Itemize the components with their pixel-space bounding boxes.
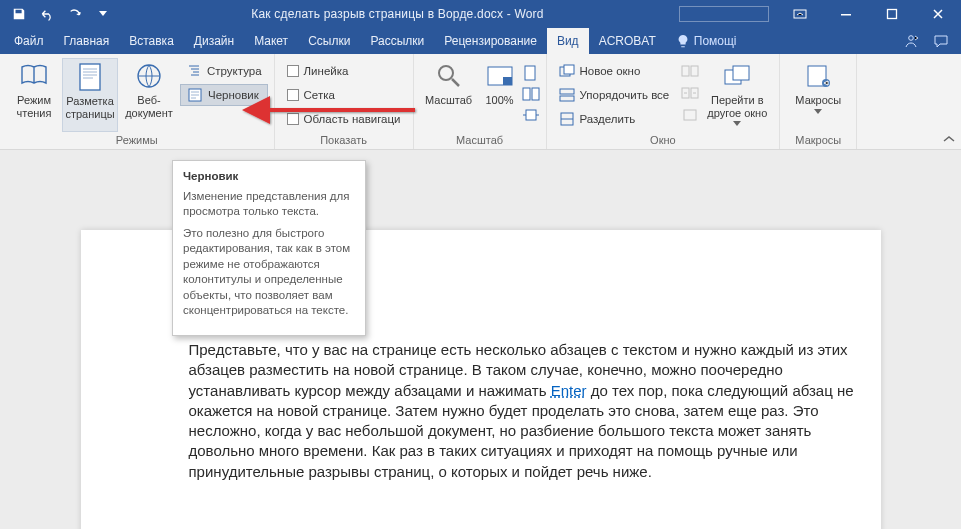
checkbox-icon	[287, 89, 299, 101]
web-layout-button[interactable]: Веб-документ	[118, 58, 180, 132]
switch-windows-icon	[721, 60, 753, 92]
ribbon: Режим чтения Разметка страницы Веб-докум…	[0, 54, 961, 150]
tab-layout[interactable]: Макет	[244, 28, 298, 54]
macros-icon	[802, 60, 834, 92]
hundred-icon	[484, 60, 516, 92]
multi-page-icon[interactable]	[522, 86, 540, 106]
print-layout-button[interactable]: Разметка страницы	[62, 58, 118, 132]
svg-rect-25	[733, 66, 749, 80]
new-window-button[interactable]: Новое окно	[553, 60, 676, 82]
outline-label: Структура	[207, 65, 262, 77]
tell-me-label: Помощі	[694, 34, 737, 48]
ribbon-options-button[interactable]	[777, 0, 823, 28]
page-width-icon[interactable]	[522, 108, 540, 128]
svg-point-7	[439, 66, 453, 80]
svg-rect-13	[526, 110, 536, 120]
group-views: Режим чтения Разметка страницы Веб-докум…	[0, 54, 275, 149]
outline-icon	[186, 63, 202, 79]
collapse-ribbon-button[interactable]	[937, 54, 961, 149]
group-window-caption: Окно	[553, 132, 774, 149]
navpane-checkbox[interactable]: Область навигаци	[281, 108, 407, 130]
outline-button[interactable]: Структура	[180, 60, 268, 82]
switch-windows-label: Перейти в другое окно	[703, 94, 771, 119]
ruler-checkbox[interactable]: Линейка	[281, 60, 407, 82]
side-by-side-icon[interactable]	[681, 64, 699, 84]
tooltip-title: Черновик	[183, 169, 355, 185]
hundred-label: 100%	[485, 94, 513, 107]
svg-rect-11	[523, 88, 530, 100]
group-zoom: Масштаб 100% Масштаб	[414, 54, 547, 149]
tab-file[interactable]: Файл	[4, 28, 54, 54]
group-macros: Макросы Макросы	[780, 54, 857, 149]
one-page-icon[interactable]	[522, 64, 540, 84]
sync-scroll-icon[interactable]	[681, 86, 699, 106]
split-button[interactable]: Разделить	[553, 108, 676, 130]
tab-references[interactable]: Ссылки	[298, 28, 360, 54]
zoom-button[interactable]: Масштаб	[420, 58, 478, 132]
comments-icon[interactable]	[933, 33, 949, 49]
ribbon-tabs: Файл Главная Вставка Дизайн Макет Ссылки…	[0, 28, 961, 54]
svg-rect-16	[560, 89, 574, 94]
document-area: Представьте, что у вас на странице есть …	[0, 150, 961, 529]
minimize-button[interactable]	[823, 0, 869, 28]
tab-review[interactable]: Рецензирование	[434, 28, 547, 54]
maximize-button[interactable]	[869, 0, 915, 28]
tell-me[interactable]: Помощі	[666, 28, 747, 54]
svg-rect-17	[560, 96, 574, 101]
group-macros-caption: Макросы	[786, 132, 850, 149]
macros-label: Макросы	[795, 94, 841, 107]
hundred-button[interactable]: 100%	[478, 58, 522, 132]
svg-rect-12	[532, 88, 539, 100]
undo-button[interactable]	[34, 1, 60, 27]
split-label: Разделить	[580, 113, 636, 125]
reset-pos-icon[interactable]	[681, 108, 699, 128]
tab-home[interactable]: Главная	[54, 28, 120, 54]
switch-windows-button[interactable]: Перейти в другое окно	[701, 58, 773, 132]
chevron-down-icon	[814, 109, 822, 114]
svg-rect-4	[80, 64, 100, 90]
read-mode-button[interactable]: Режим чтения	[6, 58, 62, 132]
tab-design[interactable]: Дизайн	[184, 28, 244, 54]
draft-tooltip: Черновик Изменение представления для про…	[172, 160, 366, 336]
gridlines-checkbox[interactable]: Сетка	[281, 84, 407, 106]
close-button[interactable]	[915, 0, 961, 28]
redo-button[interactable]	[62, 1, 88, 27]
group-show: Линейка Сетка Область навигаци Показать	[275, 54, 414, 149]
read-mode-label: Режим чтения	[8, 94, 60, 119]
group-window: Новое окно Упорядочить все Разделить Пер…	[547, 54, 781, 149]
draft-label: Черновик	[208, 89, 259, 101]
zoom-icon	[433, 60, 465, 92]
svg-point-3	[909, 36, 914, 41]
arrange-all-button[interactable]: Упорядочить все	[553, 84, 676, 106]
save-button[interactable]	[6, 1, 32, 27]
checkbox-icon	[287, 65, 299, 77]
svg-rect-9	[503, 77, 512, 85]
macros-button[interactable]: Макросы	[786, 58, 850, 132]
split-icon	[559, 111, 575, 127]
group-zoom-caption: Масштаб	[420, 132, 540, 149]
tooltip-p2: Это полезно для быстрого редактирования,…	[183, 226, 355, 319]
qat-customize-button[interactable]	[90, 1, 116, 27]
web-layout-label: Веб-документ	[120, 94, 178, 119]
tab-view[interactable]: Вид	[547, 28, 589, 54]
arrange-all-icon	[559, 87, 575, 103]
read-mode-icon	[18, 60, 50, 92]
tab-mailings[interactable]: Рассылки	[360, 28, 434, 54]
svg-rect-1	[841, 14, 851, 16]
tab-insert[interactable]: Вставка	[119, 28, 184, 54]
tooltip-p1: Изменение представления для просмотра то…	[183, 189, 355, 220]
print-layout-icon	[74, 61, 106, 93]
checkbox-icon	[287, 113, 299, 125]
svg-rect-23	[684, 110, 696, 120]
draft-button[interactable]: Черновик	[180, 84, 268, 106]
gridlines-label: Сетка	[304, 89, 335, 101]
account-box[interactable]	[679, 6, 769, 22]
bulb-icon	[676, 34, 690, 48]
svg-rect-19	[682, 66, 689, 76]
window-controls	[777, 0, 961, 28]
tab-acrobat[interactable]: ACROBAT	[589, 28, 666, 54]
share-icon[interactable]	[903, 33, 919, 49]
group-views-caption: Режимы	[6, 132, 268, 149]
ruler-label: Линейка	[304, 65, 349, 77]
chevron-up-icon	[943, 135, 955, 143]
